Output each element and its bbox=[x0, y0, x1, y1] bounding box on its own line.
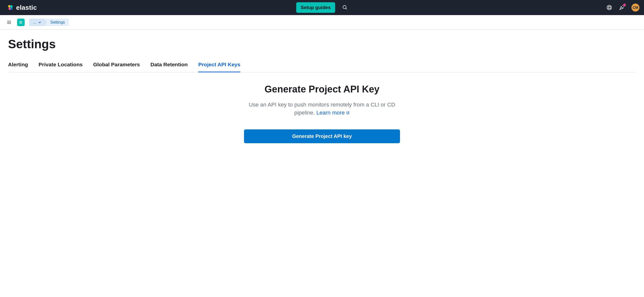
svg-line-8 bbox=[608, 6, 609, 7]
svg-line-12 bbox=[622, 5, 623, 6]
search-button[interactable] bbox=[342, 5, 348, 10]
panel-heading: Generate Project API Key bbox=[194, 84, 450, 95]
news-button[interactable] bbox=[619, 5, 625, 11]
header-right: CM bbox=[606, 4, 639, 12]
lifebuoy-icon bbox=[606, 5, 612, 11]
tab-data-retention[interactable]: Data Retention bbox=[150, 62, 188, 72]
breadcrumb-collapsed[interactable]: … bbox=[29, 19, 44, 26]
notification-dot-icon bbox=[623, 4, 626, 6]
hamburger-icon bbox=[7, 20, 12, 25]
breadcrumb-collapsed-label: … bbox=[33, 20, 37, 25]
svg-line-11 bbox=[610, 8, 611, 9]
header-center: Setup guides bbox=[296, 2, 348, 13]
search-icon bbox=[342, 5, 348, 10]
user-avatar[interactable]: CM bbox=[631, 4, 639, 12]
breadcrumb-current: Settings bbox=[45, 19, 69, 26]
help-button[interactable] bbox=[606, 5, 612, 11]
setup-guides-button[interactable]: Setup guides bbox=[296, 2, 335, 13]
svg-point-1 bbox=[10, 5, 13, 8]
chevron-down-icon bbox=[38, 21, 41, 24]
page-content: Settings Alerting Private Locations Glob… bbox=[0, 30, 644, 151]
nav-toggle-button[interactable] bbox=[5, 18, 13, 26]
tab-private-locations[interactable]: Private Locations bbox=[38, 62, 83, 72]
page-title: Settings bbox=[8, 37, 636, 51]
tab-project-api-keys[interactable]: Project API Keys bbox=[198, 62, 240, 72]
elastic-logo-icon bbox=[7, 4, 14, 11]
tab-alerting[interactable]: Alerting bbox=[8, 62, 28, 72]
brand-logo[interactable]: elastic bbox=[7, 4, 37, 12]
brand-name: elastic bbox=[16, 4, 37, 12]
learn-more-label: Learn more bbox=[316, 109, 345, 117]
svg-line-5 bbox=[346, 8, 347, 10]
svg-line-10 bbox=[608, 8, 609, 9]
learn-more-link[interactable]: Learn more bbox=[316, 109, 350, 117]
external-link-icon bbox=[346, 111, 350, 115]
settings-tabs: Alerting Private Locations Global Parame… bbox=[8, 62, 636, 72]
svg-line-13 bbox=[623, 6, 624, 7]
svg-point-3 bbox=[11, 8, 13, 10]
svg-line-9 bbox=[610, 6, 611, 7]
panel-description: Use an API key to push monitors remotely… bbox=[242, 101, 403, 117]
svg-point-7 bbox=[608, 7, 610, 9]
api-key-panel: Generate Project API Key Use an API key … bbox=[194, 84, 450, 143]
breadcrumb: … Settings bbox=[29, 19, 69, 26]
svg-point-4 bbox=[343, 6, 346, 9]
space-selector[interactable]: D bbox=[17, 19, 25, 26]
sub-header: D … Settings bbox=[0, 15, 644, 30]
generate-api-key-button[interactable]: Generate Project API key bbox=[244, 129, 400, 143]
tab-global-parameters[interactable]: Global Parameters bbox=[93, 62, 140, 72]
top-header: elastic Setup guides CM bbox=[0, 0, 644, 15]
